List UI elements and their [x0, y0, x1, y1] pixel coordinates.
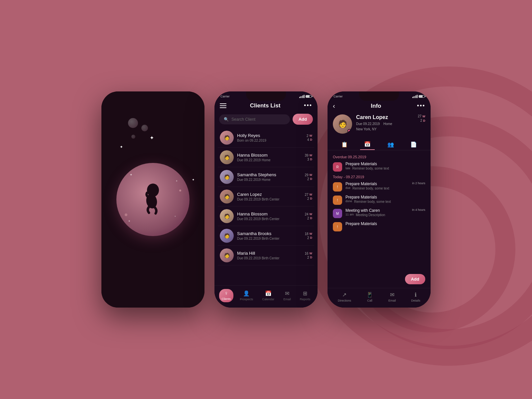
- client-item-samantha1[interactable]: 🧑 Samantha Stephens Due 09.22.2019 Home …: [218, 167, 314, 187]
- task-today-1[interactable]: ! Prepare Materials due Reminer body, so…: [333, 182, 425, 192]
- client-detail-maria: Due 09.22.2019 Birth Center: [237, 256, 305, 260]
- search-container[interactable]: 🔍 Search Client: [219, 114, 290, 124]
- tab-documents[interactable]: 📄: [406, 139, 421, 150]
- nav-header-2: Clients List •••: [214, 99, 318, 112]
- bubble-large: [128, 118, 138, 128]
- task-overdue-prepare[interactable]: R Prepare Materials late Reminer body, s…: [333, 162, 425, 172]
- nav-reports[interactable]: ⊞ Reports: [297, 289, 313, 302]
- client-item-caren[interactable]: 🧑 Caren Lopez Due 09.22.2019 Birth Cente…: [218, 187, 314, 206]
- stat-num-holly-w: 2: [307, 134, 309, 138]
- client-item-holly[interactable]: 🧑 Holly Reyes Born on 09.22.2019 2 W 4: [218, 128, 314, 148]
- tab-notes[interactable]: 📋: [337, 139, 352, 150]
- add-client-button[interactable]: Add: [293, 114, 313, 125]
- stat-w-profile: 27 W: [418, 114, 425, 118]
- task-sub-today-3: Meeting Description: [356, 213, 385, 217]
- client-info-hanna1: Hanna Blossom Due 09.22.2019 Home: [237, 153, 305, 162]
- stat-w-holly: 2 W: [307, 134, 312, 138]
- tab-contacts[interactable]: 👥: [383, 139, 398, 150]
- nav-email[interactable]: ✉ Email: [281, 289, 294, 302]
- orb-dot-2: [125, 213, 127, 216]
- nav-prospects[interactable]: 👤 Prospects: [237, 289, 256, 302]
- documents-tab-icon: 📄: [410, 141, 417, 148]
- client-avatar-hanna1: 🧑: [220, 150, 234, 164]
- nav-clients[interactable]: ♀ Clients: [219, 289, 234, 302]
- client-info-holly: Holly Reyes Born on 09.22.2019: [237, 133, 307, 142]
- task-icon-today-4: !: [333, 222, 342, 231]
- profile-info: Caren Lopez Due 09.22.2019 Home New York…: [356, 114, 414, 132]
- task-icon-overdue: R: [333, 162, 342, 172]
- task-meta-overdue: late Reminer body, some text: [345, 166, 425, 170]
- task-body-today-1: Prepare Materials due Reminer body, some…: [345, 182, 409, 190]
- dots-menu-2[interactable]: •••: [304, 102, 312, 109]
- hamburger-line-2: [220, 105, 226, 106]
- star-1: ✦: [150, 135, 154, 141]
- client-profile: 🧑 Caren Lopez Due 09.22.2019 Home New Yo…: [328, 112, 431, 138]
- fetus-svg: [140, 183, 166, 216]
- task-body-today-3: Meeting with Caren 11 am Meeting Descrip…: [345, 208, 409, 217]
- task-today-4[interactable]: ! Prepare Materials: [333, 221, 425, 231]
- task-status-today-3: 11 am: [345, 213, 354, 217]
- avatar-face-hanna2: 🧑: [220, 209, 234, 223]
- task-sub-today-1: Reminer body, some text: [352, 187, 389, 190]
- notes-tab-icon: 📋: [341, 141, 348, 148]
- calendar-label: Calendar: [262, 298, 274, 301]
- client-detail-samantha1: Due 09.22.2019 Home: [237, 178, 305, 182]
- task-time-today-1: in 2 hours: [412, 182, 425, 185]
- client-avatar-samantha1: 🧑: [220, 170, 234, 184]
- prospects-label: Prospects: [240, 298, 253, 301]
- client-stats-caren: 27 W 2 D: [305, 193, 312, 200]
- client-name-samantha1: Samantha Stephens: [237, 172, 305, 177]
- tab-schedule[interactable]: 📅: [360, 139, 375, 150]
- nav-calendar[interactable]: 📅 Calendar: [259, 289, 277, 302]
- phone-clients-list: Carrier Clients: [214, 91, 318, 308]
- avatar-face-caren: 🧑: [220, 190, 234, 203]
- client-item-hanna1[interactable]: 🧑 Hanna Blossom Due 09.22.2019 Home 39 W…: [218, 148, 314, 167]
- action-call[interactable]: 📱 Call: [366, 292, 373, 302]
- battery-icon-3: [419, 95, 425, 98]
- task-meta-today-2: done Reminer body, some text: [345, 200, 425, 203]
- reports-icon: ⊞: [303, 290, 307, 297]
- prospects-icon: 👤: [243, 290, 250, 297]
- action-directions[interactable]: ↗ Directions: [338, 292, 351, 302]
- orb-dot-1: [179, 190, 181, 192]
- client-item-maria[interactable]: 🧑 Maria Hill Due 09.22.2019 Birth Center…: [218, 246, 314, 265]
- action-email[interactable]: ✉ Email: [388, 292, 396, 302]
- stat-w-samantha1: 29 W: [305, 173, 312, 177]
- schedule-tab-icon: 📅: [364, 141, 371, 147]
- stat-num-holly-d: 4: [307, 138, 309, 142]
- add-task-button[interactable]: Add: [405, 274, 425, 284]
- dots-menu-3[interactable]: •••: [417, 102, 425, 109]
- signal-bar-1: [299, 97, 300, 98]
- profile-name: Caren Lopez: [356, 114, 414, 120]
- task-title-today-4: Prepare Materials: [345, 221, 425, 226]
- hamburger-menu[interactable]: [220, 103, 226, 108]
- client-item-hanna2[interactable]: 🧑 Hanna Blossom Due 09.22.2019 Birth Cen…: [218, 206, 314, 226]
- task-today-3[interactable]: M Meeting with Caren 11 am Meeting Descr…: [333, 208, 425, 218]
- star-2: ✦: [120, 145, 123, 149]
- stat-label-holly-d: D: [310, 138, 313, 141]
- client-avatar-hanna2: 🧑: [220, 209, 234, 223]
- stat-d-samantha2: 2 D: [307, 236, 312, 240]
- avatar-face-holly: 🧑: [220, 131, 234, 145]
- avatar-face-samantha2: 🧑: [220, 229, 234, 243]
- status-right-3: [412, 95, 425, 98]
- stat-w-caren: 27 W: [305, 193, 312, 197]
- hamburger-line-3: [220, 107, 226, 108]
- client-name-caren: Caren Lopez: [237, 192, 305, 197]
- action-details[interactable]: ℹ Details: [411, 292, 420, 302]
- client-name-hanna2: Hanna Blossom: [237, 211, 305, 216]
- client-item-samantha2[interactable]: 🧑 Samantha Brooks Due 09.22.2019 Birth C…: [218, 226, 314, 246]
- status-right-2: [299, 95, 312, 98]
- schedule-content: Overdue 09.25.2019 R Prepare Materials l…: [328, 150, 431, 288]
- task-time-today-3: In 4 hours: [412, 208, 425, 211]
- clients-list-title: Clients List: [250, 102, 281, 109]
- today-date-header: Today - 09.27.2019: [333, 175, 425, 179]
- online-badge: [347, 129, 351, 133]
- back-button[interactable]: ‹: [333, 102, 335, 110]
- task-today-2[interactable]: ! Prepare Materials done Reminer body, s…: [333, 195, 425, 205]
- directions-icon: ↗: [342, 292, 346, 298]
- client-avatar-holly: 🧑: [220, 131, 234, 145]
- clients-list: 🧑 Holly Reyes Born on 09.22.2019 2 W 4: [214, 128, 318, 285]
- clients-screen: Carrier Clients: [214, 91, 318, 308]
- star-5: ✦: [192, 178, 195, 182]
